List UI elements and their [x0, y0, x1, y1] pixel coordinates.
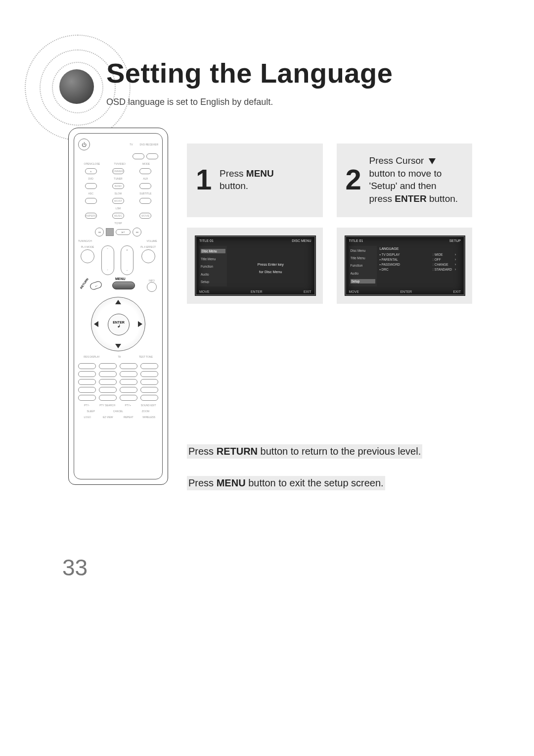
power-icon: ⏻	[78, 139, 90, 150]
remote-label-aux: AUX	[139, 177, 152, 180]
cursor-right-icon	[138, 321, 142, 327]
remote-dimmer-button: DIMMER	[112, 168, 124, 174]
osd1-bottom-right: EXIT	[304, 290, 312, 293]
remote-label-asc: ASC	[85, 192, 97, 195]
osd2-row-2-label: PASSWORD	[380, 263, 430, 266]
remote-label-wireless: WIRELESS	[142, 416, 155, 419]
step-2-line4-pre: press	[369, 193, 395, 204]
step-2-line4-bold: ENTER	[395, 193, 426, 204]
step-2-line4-post: button.	[427, 193, 458, 204]
remote-ampers-button: AMPERS	[85, 213, 97, 219]
osd2-row-1-value: OFF	[433, 258, 452, 261]
remote-label-pty-minus: PTY-	[80, 404, 93, 407]
osd2-side-item-4: Setup	[351, 279, 375, 284]
osd-screenshot-1: TITLE 01 DISC MENU Disc Menu Title Menu …	[195, 236, 316, 296]
osd2-side-item-3: Audio	[351, 272, 375, 275]
osd2-row-2-arrow: ›	[455, 263, 461, 266]
osd2-row-3-label: DRC	[380, 268, 430, 271]
remote-band-button: BAND	[112, 183, 124, 189]
osd2-row-0-label: TV DISPLAY	[380, 253, 430, 256]
remote-wireless-button	[140, 395, 158, 401]
remote-label-test-tone: TEST TONE	[139, 355, 153, 358]
remote-tuner-memory-button	[140, 379, 158, 385]
remote-label-sound-edit: SOUND EDIT	[141, 404, 156, 407]
remote-label-dvd: DVD	[85, 177, 97, 180]
osd1-side-item-3: Audio	[201, 273, 225, 276]
remote-label-subtitle: SUBTITLE	[139, 192, 152, 195]
osd2-side-item-1: Title Menu	[351, 256, 375, 260]
remote-label-tuning-ch: TUNING/CH	[78, 239, 92, 242]
osd1-top-left: TITLE 01	[199, 239, 214, 242]
osd2-row-2-value: CHANGE	[433, 263, 452, 266]
remote-sound-edit-button	[140, 371, 158, 377]
osd2-side-item-0: Disc Menu	[351, 249, 375, 252]
step-1-text: Press MENU button.	[220, 167, 274, 192]
remote-label-volume: VOLUME	[145, 239, 158, 242]
remote-label-menu: MENU	[115, 277, 126, 281]
remote-test-tone-button	[140, 363, 158, 369]
remote-label-sleep: SLEEP	[85, 410, 97, 413]
remote-digit-4	[78, 371, 96, 377]
note-return-post: button to return to the previous level.	[258, 446, 421, 457]
remote-label-ta: TA	[113, 355, 126, 358]
remote-digit-7	[78, 379, 96, 385]
osd-screens-row: TITLE 01 DISC MENU Disc Menu Title Menu …	[187, 228, 472, 304]
remote-label-mode: MODE	[139, 162, 152, 165]
cursor-up-icon	[115, 300, 121, 304]
remote-enter-button: ENTER ↲	[108, 314, 130, 335]
note-return-bold: RETURN	[217, 446, 258, 457]
step-2-line1-pre: Press Cursor	[369, 155, 427, 166]
manual-page: Setting the Language OSD language is set…	[0, 0, 534, 756]
osd-screenshot-2-slot: TITLE 01 SETUP Disc Menu Title Menu Func…	[337, 228, 473, 304]
remote-subtitle-button	[139, 198, 151, 204]
page-title: Setting the Language	[106, 57, 393, 89]
remote-digit-2	[99, 363, 117, 369]
step-1-text-post: button.	[220, 181, 248, 191]
remote-info-button	[147, 282, 157, 292]
remote-label-return: RETURN	[80, 278, 89, 289]
remote-dvd-receiver-button	[146, 153, 158, 159]
remote-play-pause-button: ▶II	[116, 229, 131, 235]
remote-skip-forward-button: ⏭	[133, 228, 141, 236]
osd2-side-menu: Disc Menu Title Menu Function Audio Setu…	[349, 246, 377, 286]
osd-screenshot-2: TITLE 01 SETUP Disc Menu Title Menu Func…	[345, 236, 466, 296]
osd2-row-0-arrow: ›	[455, 253, 461, 256]
cursor-down-icon	[115, 344, 121, 348]
osd1-bottom-left: MOVE	[199, 290, 210, 293]
osd1-top-right: DISC MENU	[292, 239, 311, 242]
osd2-row-1-label: PARENTAL	[380, 258, 430, 261]
osd2-top-right: SETUP	[449, 239, 461, 242]
remote-label-cancel: CANCEL	[112, 410, 125, 413]
remote-label-zoom: ZOOM	[139, 410, 152, 413]
remote-sleep-button	[78, 387, 96, 393]
step-1-text-pre: Press	[220, 168, 246, 179]
remote-dpad: ENTER ↲	[91, 297, 145, 351]
page-subtitle: OSD language is set to English by defaul…	[106, 97, 273, 107]
remote-digit-9	[120, 379, 137, 385]
remote-dvd-button	[85, 183, 97, 189]
remote-pl2-mode-button	[81, 249, 94, 263]
osd2-row-3-value: STANDARD	[433, 268, 452, 271]
remote-asc-button	[85, 198, 97, 204]
remote-tv-button	[133, 153, 144, 159]
cursor-down-triangle-icon	[429, 158, 436, 164]
remote-label-ez-view: EZ VIEW	[101, 416, 114, 419]
step-2-number: 2	[346, 167, 363, 192]
remote-ezview-button	[99, 395, 117, 401]
step-1-number: 1	[196, 167, 214, 192]
steps-row: 1 Press MENU button. 2 Press Cursor butt…	[187, 143, 472, 217]
remote-aux-button	[139, 183, 151, 189]
osd2-side-item-2: Function	[351, 264, 375, 267]
osd1-side-item-2: Function	[201, 265, 225, 268]
osd1-side-menu: Disc Menu Title Menu Function Audio Setu…	[199, 246, 227, 286]
osd2-bottom-right: EXIT	[453, 290, 461, 293]
remote-most-button: MO/ST	[112, 198, 124, 204]
remote-label-lsm: LSM	[112, 207, 125, 210]
remote-label-slow: SLOW	[112, 192, 125, 195]
page-number: 33	[62, 554, 88, 581]
remote-volume-rocker: ＋－	[121, 245, 134, 275]
osd1-center-line-2: for Disc Menu	[259, 270, 282, 274]
osd1-side-item-0: Disc Menu	[201, 249, 225, 253]
remote-label-pty-plus: PTY+	[122, 404, 134, 407]
osd2-top-left: TITLE 01	[349, 239, 363, 242]
